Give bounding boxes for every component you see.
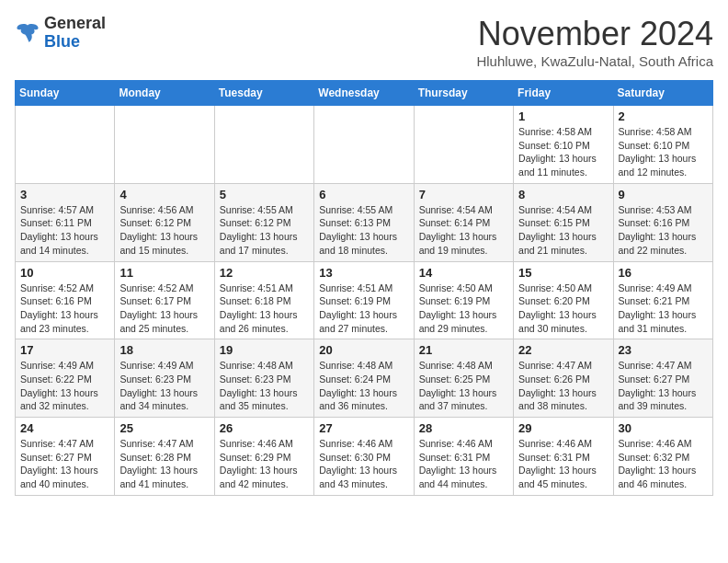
day-info: Sunrise: 4:47 AM Sunset: 6:27 PM Dayligh… [619,359,708,413]
calendar-cell: 27Sunrise: 4:46 AM Sunset: 6:30 PM Dayli… [314,418,414,496]
calendar-cell [414,106,513,184]
calendar-cell: 7Sunrise: 4:54 AM Sunset: 6:14 PM Daylig… [414,183,513,261]
day-number: 3 [20,188,109,201]
day-info: Sunrise: 4:46 AM Sunset: 6:30 PM Dayligh… [319,437,408,491]
calendar-cell [115,106,214,184]
day-number: 13 [319,266,408,280]
day-number: 1 [518,109,608,123]
logo: General Blue [15,15,106,52]
day-info: Sunrise: 4:53 AM Sunset: 6:16 PM Dayligh… [619,203,708,258]
day-info: Sunrise: 4:52 AM Sunset: 6:16 PM Dayligh… [20,282,109,336]
day-number: 20 [319,343,408,357]
day-number: 15 [518,266,608,280]
day-number: 11 [119,266,209,280]
calendar-cell: 19Sunrise: 4:48 AM Sunset: 6:23 PM Dayli… [214,339,313,418]
weekday-header-row: SundayMondayTuesdayWednesdayThursdayFrid… [16,81,713,106]
weekday-header-tuesday: Tuesday [214,81,313,106]
day-info: Sunrise: 4:47 AM Sunset: 6:28 PM Dayligh… [119,437,209,491]
calendar-cell: 13Sunrise: 4:51 AM Sunset: 6:19 PM Dayli… [314,261,414,339]
weekday-header-monday: Monday [115,81,214,106]
calendar-cell: 4Sunrise: 4:56 AM Sunset: 6:12 PM Daylig… [115,183,214,261]
day-info: Sunrise: 4:52 AM Sunset: 6:17 PM Dayligh… [119,282,209,336]
day-info: Sunrise: 4:46 AM Sunset: 6:31 PM Dayligh… [419,437,508,491]
day-number: 4 [119,188,209,201]
calendar-cell: 26Sunrise: 4:46 AM Sunset: 6:29 PM Dayli… [214,418,313,496]
weekday-header-friday: Friday [514,81,613,106]
calendar-cell [16,106,115,184]
calendar-week-row: 1Sunrise: 4:58 AM Sunset: 6:10 PM Daylig… [16,106,713,184]
calendar-cell: 24Sunrise: 4:47 AM Sunset: 6:27 PM Dayli… [16,418,115,496]
calendar-cell: 10Sunrise: 4:52 AM Sunset: 6:16 PM Dayli… [16,261,115,339]
day-number: 24 [20,421,109,435]
calendar-cell: 6Sunrise: 4:55 AM Sunset: 6:13 PM Daylig… [314,183,414,261]
calendar-cell: 25Sunrise: 4:47 AM Sunset: 6:28 PM Dayli… [115,418,214,496]
weekday-header-thursday: Thursday [414,81,513,106]
weekday-header-sunday: Sunday [16,81,115,106]
calendar-cell: 29Sunrise: 4:46 AM Sunset: 6:31 PM Dayli… [514,418,613,496]
calendar-week-row: 24Sunrise: 4:47 AM Sunset: 6:27 PM Dayli… [16,418,713,496]
calendar-table: SundayMondayTuesdayWednesdayThursdayFrid… [15,80,713,496]
calendar-cell: 11Sunrise: 4:52 AM Sunset: 6:17 PM Dayli… [115,261,214,339]
day-number: 12 [220,266,309,280]
day-number: 9 [619,188,708,201]
calendar-cell: 8Sunrise: 4:54 AM Sunset: 6:15 PM Daylig… [514,183,613,261]
title-area: November 2024 Hluhluwe, KwaZulu-Natal, S… [476,15,713,69]
day-number: 8 [518,188,608,201]
day-number: 6 [319,188,408,201]
day-info: Sunrise: 4:48 AM Sunset: 6:24 PM Dayligh… [319,359,408,413]
calendar-cell: 3Sunrise: 4:57 AM Sunset: 6:11 PM Daylig… [16,183,115,261]
calendar-cell: 14Sunrise: 4:50 AM Sunset: 6:19 PM Dayli… [414,261,513,339]
day-info: Sunrise: 4:51 AM Sunset: 6:18 PM Dayligh… [220,282,309,336]
page-header: General Blue November 2024 Hluhluwe, Kwa… [15,15,713,69]
day-number: 25 [119,421,209,435]
day-info: Sunrise: 4:58 AM Sunset: 6:10 PM Dayligh… [518,125,608,179]
day-info: Sunrise: 4:46 AM Sunset: 6:32 PM Dayligh… [619,437,708,491]
day-number: 14 [419,266,508,280]
day-number: 5 [220,188,309,201]
calendar-cell: 15Sunrise: 4:50 AM Sunset: 6:20 PM Dayli… [514,261,613,339]
calendar-cell: 22Sunrise: 4:47 AM Sunset: 6:26 PM Dayli… [514,339,613,418]
location-subtitle: Hluhluwe, KwaZulu-Natal, South Africa [476,53,713,69]
calendar-cell: 17Sunrise: 4:49 AM Sunset: 6:22 PM Dayli… [16,339,115,418]
day-info: Sunrise: 4:56 AM Sunset: 6:12 PM Dayligh… [119,203,209,258]
day-number: 22 [518,343,608,357]
day-number: 23 [619,343,708,357]
day-info: Sunrise: 4:50 AM Sunset: 6:20 PM Dayligh… [518,282,608,336]
day-number: 26 [220,421,309,435]
weekday-header-wednesday: Wednesday [314,81,414,106]
day-number: 27 [319,421,408,435]
day-number: 16 [619,266,708,280]
day-info: Sunrise: 4:47 AM Sunset: 6:27 PM Dayligh… [20,437,109,491]
calendar-cell: 9Sunrise: 4:53 AM Sunset: 6:16 PM Daylig… [613,183,712,261]
day-info: Sunrise: 4:47 AM Sunset: 6:26 PM Dayligh… [518,359,608,413]
day-info: Sunrise: 4:55 AM Sunset: 6:13 PM Dayligh… [319,203,408,258]
day-number: 10 [20,266,109,280]
day-info: Sunrise: 4:54 AM Sunset: 6:14 PM Dayligh… [419,203,508,258]
day-info: Sunrise: 4:46 AM Sunset: 6:29 PM Dayligh… [220,437,309,491]
calendar-cell: 23Sunrise: 4:47 AM Sunset: 6:27 PM Dayli… [613,339,712,418]
day-number: 18 [119,343,209,357]
day-info: Sunrise: 4:58 AM Sunset: 6:10 PM Dayligh… [619,125,708,179]
calendar-cell: 2Sunrise: 4:58 AM Sunset: 6:10 PM Daylig… [613,106,712,184]
day-number: 19 [220,343,309,357]
calendar-cell: 16Sunrise: 4:49 AM Sunset: 6:21 PM Dayli… [613,261,712,339]
day-number: 28 [419,421,508,435]
day-info: Sunrise: 4:57 AM Sunset: 6:11 PM Dayligh… [20,203,109,258]
calendar-cell: 12Sunrise: 4:51 AM Sunset: 6:18 PM Dayli… [214,261,313,339]
day-info: Sunrise: 4:46 AM Sunset: 6:31 PM Dayligh… [518,437,608,491]
logo-text: General Blue [44,15,106,52]
day-number: 21 [419,343,508,357]
calendar-cell [214,106,313,184]
calendar-cell: 30Sunrise: 4:46 AM Sunset: 6:32 PM Dayli… [613,418,712,496]
calendar-week-row: 3Sunrise: 4:57 AM Sunset: 6:11 PM Daylig… [16,183,713,261]
weekday-header-saturday: Saturday [613,81,712,106]
month-title: November 2024 [476,15,713,53]
calendar-week-row: 17Sunrise: 4:49 AM Sunset: 6:22 PM Dayli… [16,339,713,418]
calendar-cell: 21Sunrise: 4:48 AM Sunset: 6:25 PM Dayli… [414,339,513,418]
day-number: 7 [419,188,508,201]
day-info: Sunrise: 4:48 AM Sunset: 6:23 PM Dayligh… [220,359,309,413]
calendar-cell [314,106,414,184]
day-info: Sunrise: 4:49 AM Sunset: 6:22 PM Dayligh… [20,359,109,413]
day-number: 17 [20,343,109,357]
calendar-cell: 20Sunrise: 4:48 AM Sunset: 6:24 PM Dayli… [314,339,414,418]
